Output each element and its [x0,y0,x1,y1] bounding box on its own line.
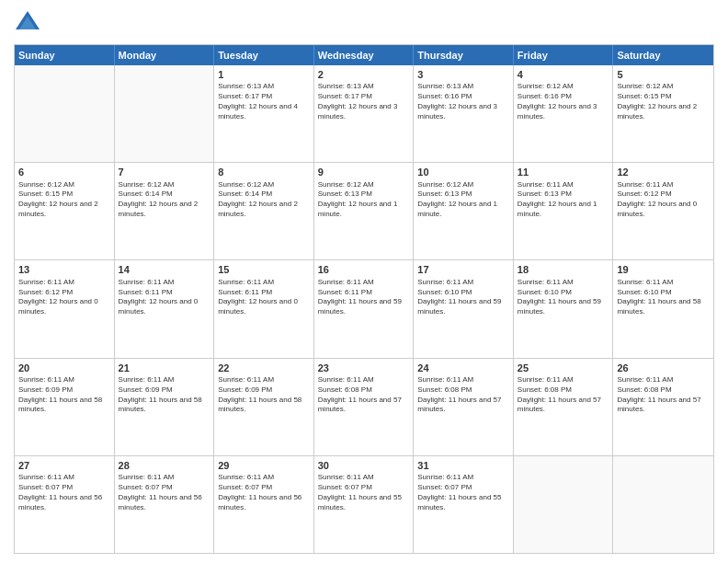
week-row-0: 1Sunrise: 6:13 AM Sunset: 6:17 PM Daylig… [15,65,713,162]
day-info: Sunrise: 6:12 AM Sunset: 6:13 PM Dayligh… [318,180,410,220]
day-cell-30: 30Sunrise: 6:11 AM Sunset: 6:07 PM Dayli… [314,456,415,553]
day-number: 28 [119,459,210,472]
day-info: Sunrise: 6:12 AM Sunset: 6:14 PM Dayligh… [218,180,310,220]
day-cell-29: 29Sunrise: 6:11 AM Sunset: 6:07 PM Dayli… [214,456,314,553]
day-cell-22: 22Sunrise: 6:11 AM Sunset: 6:09 PM Dayli… [214,359,314,455]
day-number: 1 [218,68,310,81]
day-info: Sunrise: 6:11 AM Sunset: 6:13 PM Dayligh… [518,180,609,220]
day-number: 9 [318,166,410,178]
calendar-header: SundayMondayTuesdayWednesdayThursdayFrid… [15,45,713,65]
day-number: 11 [518,166,609,178]
day-cell-26: 26Sunrise: 6:11 AM Sunset: 6:08 PM Dayli… [613,359,713,455]
day-info: Sunrise: 6:11 AM Sunset: 6:07 PM Dayligh… [417,473,509,512]
day-info: Sunrise: 6:11 AM Sunset: 6:12 PM Dayligh… [617,180,710,220]
week-row-1: 6Sunrise: 6:12 AM Sunset: 6:15 PM Daylig… [15,162,713,259]
day-number: 3 [417,68,509,81]
day-number: 6 [18,166,110,178]
day-number: 2 [318,68,410,81]
day-cell-20: 20Sunrise: 6:11 AM Sunset: 6:09 PM Dayli… [15,359,115,455]
day-cell-9: 9Sunrise: 6:12 AM Sunset: 6:13 PM Daylig… [314,163,415,259]
day-number: 14 [119,263,210,276]
day-cell-6: 6Sunrise: 6:12 AM Sunset: 6:15 PM Daylig… [15,163,115,259]
day-info: Sunrise: 6:11 AM Sunset: 6:11 PM Dayligh… [218,278,310,317]
day-cell-4: 4Sunrise: 6:12 AM Sunset: 6:16 PM Daylig… [514,65,614,162]
day-info: Sunrise: 6:11 AM Sunset: 6:08 PM Dayligh… [318,375,410,415]
day-info: Sunrise: 6:12 AM Sunset: 6:15 PM Dayligh… [617,82,710,121]
day-info: Sunrise: 6:13 AM Sunset: 6:17 PM Dayligh… [218,82,310,121]
page: SundayMondayTuesdayWednesdayThursdayFrid… [0,0,728,563]
day-number: 23 [318,362,410,374]
day-number: 10 [417,166,509,178]
day-number: 31 [417,459,509,472]
day-cell-25: 25Sunrise: 6:11 AM Sunset: 6:08 PM Dayli… [514,359,614,455]
header-day-saturday: Saturday [613,45,713,65]
day-cell-24: 24Sunrise: 6:11 AM Sunset: 6:08 PM Dayli… [414,359,514,455]
day-info: Sunrise: 6:12 AM Sunset: 6:16 PM Dayligh… [518,82,609,121]
day-cell-12: 12Sunrise: 6:11 AM Sunset: 6:12 PM Dayli… [613,163,713,259]
day-number: 8 [218,166,310,178]
day-number: 22 [218,362,310,374]
day-cell-15: 15Sunrise: 6:11 AM Sunset: 6:11 PM Dayli… [214,260,314,357]
day-number: 25 [518,362,609,374]
day-cell-23: 23Sunrise: 6:11 AM Sunset: 6:08 PM Dayli… [314,359,415,455]
day-info: Sunrise: 6:11 AM Sunset: 6:09 PM Dayligh… [18,375,110,415]
day-number: 26 [617,362,710,374]
day-number: 4 [518,68,609,81]
day-info: Sunrise: 6:11 AM Sunset: 6:07 PM Dayligh… [218,473,310,512]
calendar: SundayMondayTuesdayWednesdayThursdayFrid… [14,44,714,554]
day-info: Sunrise: 6:11 AM Sunset: 6:08 PM Dayligh… [617,375,710,415]
day-info: Sunrise: 6:11 AM Sunset: 6:07 PM Dayligh… [18,473,110,512]
day-cell-3: 3Sunrise: 6:13 AM Sunset: 6:16 PM Daylig… [414,65,514,162]
day-number: 17 [417,263,509,276]
header-day-wednesday: Wednesday [314,45,415,65]
day-info: Sunrise: 6:11 AM Sunset: 6:11 PM Dayligh… [119,278,210,317]
day-number: 24 [417,362,509,374]
day-cell-14: 14Sunrise: 6:11 AM Sunset: 6:11 PM Dayli… [115,260,215,357]
day-info: Sunrise: 6:11 AM Sunset: 6:07 PM Dayligh… [318,473,410,512]
week-row-2: 13Sunrise: 6:11 AM Sunset: 6:12 PM Dayli… [15,259,713,357]
header [14,9,714,37]
day-info: Sunrise: 6:11 AM Sunset: 6:09 PM Dayligh… [119,375,210,415]
day-cell-2: 2Sunrise: 6:13 AM Sunset: 6:17 PM Daylig… [314,65,415,162]
day-number: 15 [218,263,310,276]
week-row-4: 27Sunrise: 6:11 AM Sunset: 6:07 PM Dayli… [15,455,713,553]
day-info: Sunrise: 6:11 AM Sunset: 6:08 PM Dayligh… [518,375,609,415]
header-day-thursday: Thursday [414,45,514,65]
day-info: Sunrise: 6:13 AM Sunset: 6:17 PM Dayligh… [318,82,410,121]
day-cell-10: 10Sunrise: 6:12 AM Sunset: 6:13 PM Dayli… [414,163,514,259]
day-cell-8: 8Sunrise: 6:12 AM Sunset: 6:14 PM Daylig… [214,163,314,259]
day-cell-31: 31Sunrise: 6:11 AM Sunset: 6:07 PM Dayli… [414,456,514,553]
header-day-sunday: Sunday [15,45,115,65]
day-info: Sunrise: 6:12 AM Sunset: 6:14 PM Dayligh… [119,180,210,220]
day-info: Sunrise: 6:11 AM Sunset: 6:10 PM Dayligh… [417,278,509,317]
day-number: 12 [617,166,710,178]
day-cell-1: 1Sunrise: 6:13 AM Sunset: 6:17 PM Daylig… [214,65,314,162]
empty-cell [15,65,115,162]
day-cell-7: 7Sunrise: 6:12 AM Sunset: 6:14 PM Daylig… [115,163,215,259]
day-info: Sunrise: 6:13 AM Sunset: 6:16 PM Dayligh… [417,82,509,121]
day-info: Sunrise: 6:11 AM Sunset: 6:10 PM Dayligh… [518,278,609,317]
day-number: 16 [318,263,410,276]
day-number: 20 [18,362,110,374]
day-cell-11: 11Sunrise: 6:11 AM Sunset: 6:13 PM Dayli… [514,163,614,259]
day-number: 30 [318,459,410,472]
calendar-body: 1Sunrise: 6:13 AM Sunset: 6:17 PM Daylig… [15,65,713,553]
day-cell-28: 28Sunrise: 6:11 AM Sunset: 6:07 PM Dayli… [115,456,215,553]
day-cell-21: 21Sunrise: 6:11 AM Sunset: 6:09 PM Dayli… [115,359,215,455]
day-info: Sunrise: 6:11 AM Sunset: 6:12 PM Dayligh… [18,278,110,317]
day-info: Sunrise: 6:11 AM Sunset: 6:08 PM Dayligh… [417,375,509,415]
day-number: 5 [617,68,710,81]
header-day-tuesday: Tuesday [214,45,314,65]
day-cell-16: 16Sunrise: 6:11 AM Sunset: 6:11 PM Dayli… [314,260,415,357]
day-cell-5: 5Sunrise: 6:12 AM Sunset: 6:15 PM Daylig… [613,65,713,162]
header-day-friday: Friday [514,45,614,65]
day-cell-17: 17Sunrise: 6:11 AM Sunset: 6:10 PM Dayli… [414,260,514,357]
empty-cell [613,456,713,553]
day-info: Sunrise: 6:12 AM Sunset: 6:15 PM Dayligh… [18,180,110,220]
day-number: 7 [119,166,210,178]
empty-cell [514,456,614,553]
day-info: Sunrise: 6:11 AM Sunset: 6:11 PM Dayligh… [318,278,410,317]
day-number: 19 [617,263,710,276]
day-info: Sunrise: 6:11 AM Sunset: 6:07 PM Dayligh… [119,473,210,512]
day-cell-27: 27Sunrise: 6:11 AM Sunset: 6:07 PM Dayli… [15,456,115,553]
